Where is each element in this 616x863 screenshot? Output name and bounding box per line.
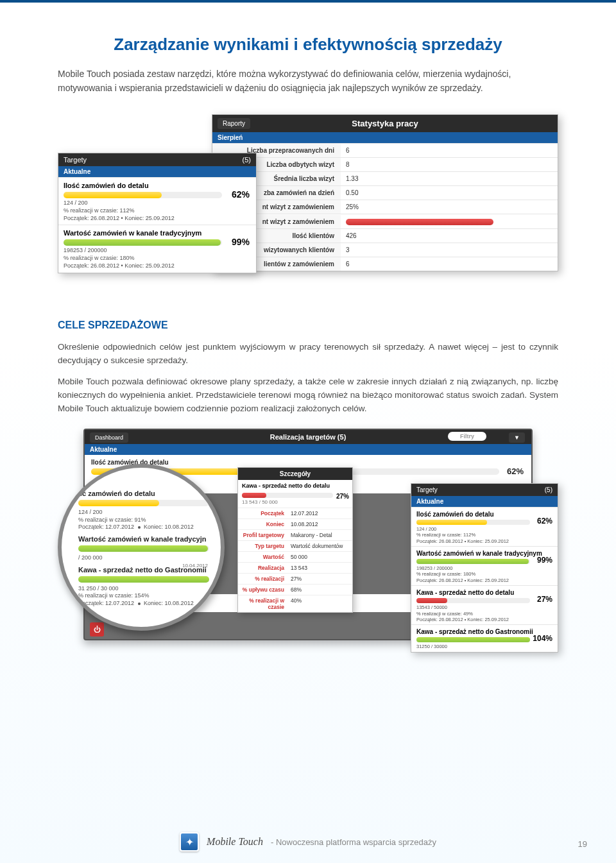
footer-brand: Mobile Touch	[207, 836, 263, 848]
stats-month: Sierpień	[212, 132, 558, 143]
targets2-sub: Aktualne	[411, 496, 558, 507]
detail-row: Początek12.07.2012	[238, 508, 352, 518]
target-row: Ilość zamówień do detalu 62% 124 / 200 %…	[58, 177, 256, 225]
bp-row-pct: 62%	[507, 466, 524, 476]
page-title: Zarządzanie wynikami i efektywnością spr…	[58, 35, 558, 55]
lens-item: Wartość zamówień w kanale tradycyjn / 20…	[78, 535, 209, 562]
lens-item: ść zamówień do detalu 124 / 200% realiza…	[78, 490, 209, 531]
target2-row: Ilość zamówień do detalu 62%124 / 200% r…	[411, 507, 558, 546]
power-icon[interactable]: ⏻	[90, 622, 104, 637]
targets-card-2: Targety (5) Aktualne Ilość zamówień do d…	[411, 483, 558, 653]
detail-row: % realizacji w czasie40%	[238, 595, 352, 612]
intro-text: Mobile Touch posiada zestaw narzędzi, kt…	[58, 67, 558, 95]
stat-row: nt wizyt z zamówieniem	[212, 214, 558, 228]
detail-row: Wartość50 000	[238, 551, 352, 562]
targets-card: Targety (5) Aktualne Ilość zamówień do d…	[58, 153, 257, 273]
details-pct: 27%	[336, 493, 349, 500]
targets2-count: (5)	[545, 486, 552, 493]
reports-button[interactable]: Raporty	[218, 118, 250, 129]
stat-row: Liczba odbytych wizyt8	[212, 157, 558, 171]
dashboard-title: Realizacja targetów (5)	[270, 433, 346, 441]
magnifier-lens: ść zamówień do detalu 124 / 200% realiza…	[58, 464, 225, 631]
target2-row: Wartość zamówień w kanale tradycyjnym 99…	[411, 546, 558, 585]
stats-title: Statystyka pracy	[352, 119, 418, 128]
footer-logo-icon: ✦	[180, 832, 199, 851]
filter-search[interactable]: Filtry	[448, 432, 486, 441]
dashboard-button[interactable]: Dashboard	[90, 432, 128, 443]
section-p2: Mobile Touch pozwala definiować okresowe…	[58, 375, 558, 416]
stat-row: Ilość klientów426	[212, 228, 558, 243]
targets-sub: Aktualne	[58, 166, 256, 177]
targets-header: Targety (5)	[58, 153, 256, 166]
details-card: Szczegóły Kawa - sprzedaż netto do detal…	[237, 467, 353, 613]
screenshot-collage-1: Raporty Statystyka pracy Sierpień Liczba…	[58, 114, 558, 300]
target-row: Wartość zamówień w kanale tradycyjnym 99…	[58, 225, 256, 272]
dashboard-sub: Aktualne	[85, 444, 531, 455]
page-footer: ✦ Mobile Touch - Nowoczesna platforma ws…	[0, 832, 616, 851]
section-p1: Określenie odpowiednich celów jest punkt…	[58, 341, 558, 368]
stat-row: wizytowanych klientów3	[212, 243, 558, 257]
detail-row: Profil targetowyMakarony - Detal	[238, 529, 352, 540]
stat-row: Średnia liczba wizyt1.33	[212, 171, 558, 185]
footer-tag: - Nowoczesna platforma wsparcia sprzedaż…	[271, 837, 436, 847]
details-label: Kawa - sprzedaż netto do detalu	[238, 480, 352, 491]
details-sub: 13 543 / 50 000	[238, 499, 352, 508]
detail-row: Realizacja13 543	[238, 562, 352, 573]
detail-row: Typ targetuWartość dokumentów	[238, 540, 352, 551]
lens-item: Kawa - sprzedaż netto do Gastronomii 31 …	[78, 566, 209, 608]
dropdown-icon[interactable]: ▼	[509, 432, 525, 443]
detail-row: % realizacji27%	[238, 573, 352, 584]
section-title: CELE SPRZEDAŻOWE	[58, 320, 558, 331]
stats-card: Raporty Statystyka pracy Sierpień Liczba…	[212, 114, 558, 271]
stats-header: Raporty Statystyka pracy	[212, 115, 558, 132]
stat-row: lientów z zamówieniem6	[212, 257, 558, 271]
targets-count: (5)	[243, 156, 251, 164]
detail-row: % upływu czasu68%	[238, 584, 352, 595]
page-number: 19	[578, 839, 587, 849]
targets2-title: Targety	[416, 486, 438, 493]
stat-row: zba zamówień na dzień0.50	[212, 185, 558, 200]
stat-row: nt wizyt z zamówieniem25%	[212, 200, 558, 214]
targets-title: Targety	[64, 156, 87, 164]
screenshot-collage-2: Dashboard Realizacja targetów (5) Filtry…	[58, 429, 558, 653]
target2-row: Kawa - sprzedaż netto do detalu 27%13543…	[411, 585, 558, 624]
lens-date: 10.04.2012	[182, 563, 208, 568]
stat-row: Liczba przepracowanych dni6	[212, 143, 558, 157]
detail-row: Koniec10.08.2012	[238, 518, 352, 529]
target2-row: Kawa - sprzedaż netto do Gastronomii 104…	[411, 624, 558, 651]
details-header: Szczegóły	[238, 468, 352, 480]
